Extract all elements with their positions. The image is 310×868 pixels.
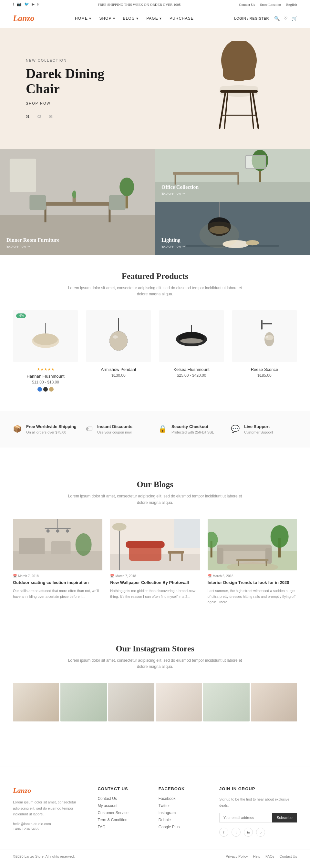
login-register-link[interactable]: LOGIN / REGISTER bbox=[234, 17, 269, 20]
footer-link-account[interactable]: My account bbox=[97, 803, 145, 808]
footer-faqs-link[interactable]: FAQs bbox=[266, 855, 275, 858]
category-lighting[interactable]: Lighting Explore now → bbox=[155, 202, 310, 255]
product-card-4[interactable]: Reese Sconce $185.00 bbox=[232, 310, 297, 392]
footer-link-customer[interactable]: Customer Service bbox=[97, 810, 145, 815]
product-badge-1: -4% bbox=[16, 313, 26, 318]
blog-card-1[interactable]: 📅 March 7, 2018 Outdoor seating collecti… bbox=[13, 519, 102, 605]
blog-meta-1: 📅 March 7, 2018 bbox=[13, 574, 102, 578]
newsletter-email-input[interactable] bbox=[219, 813, 272, 823]
nav-shop[interactable]: SHOP ▾ bbox=[99, 16, 115, 21]
feature-support-desc: Customer Support bbox=[244, 430, 273, 434]
feature-shipping-title: Free Worldwide Shipping bbox=[26, 424, 76, 429]
footer-privacy-link[interactable]: Privacy Policy bbox=[226, 855, 248, 858]
blogs-desc: Lorem ipsum dolor sit amet, consectetur … bbox=[68, 493, 242, 505]
category-office[interactable]: Office Collection Explore now → bbox=[155, 149, 310, 202]
swatch-black[interactable] bbox=[43, 387, 48, 392]
nav-blog[interactable]: BLOG ▾ bbox=[123, 16, 139, 21]
nav-home[interactable]: HOME ▾ bbox=[75, 16, 91, 21]
logo[interactable]: Lanzo bbox=[13, 13, 34, 23]
product-card-1[interactable]: -4% ★★★★★ Hannah Flushmount $11.00 - $13… bbox=[13, 310, 78, 392]
footer-newsletter-subtitle: Signup to be the first to hear about exc… bbox=[219, 796, 297, 808]
swatch-gold[interactable] bbox=[49, 387, 54, 392]
footer-copyright: ©2020 Lanzo Store. All rights reserved. bbox=[13, 855, 75, 858]
footer-link-google[interactable]: Google Plus bbox=[159, 825, 206, 829]
feature-shipping-desc: On all orders over $75.00 bbox=[26, 430, 76, 434]
category-dining-label: Dinner Room Furniture bbox=[6, 237, 59, 243]
footer-contact-bottom-link[interactable]: Contact Us bbox=[280, 855, 297, 858]
instagram-post-5[interactable] bbox=[203, 683, 249, 721]
footer-twitter-icon[interactable]: t bbox=[231, 828, 241, 837]
youtube-icon[interactable]: ▶ bbox=[32, 2, 35, 7]
category-office-explore[interactable]: Explore now → bbox=[161, 191, 198, 195]
footer-link-twitter[interactable]: Twitter bbox=[159, 803, 206, 808]
blog-img-svg-2 bbox=[110, 519, 199, 570]
feature-security-desc: Protected with 256-Bit SSL bbox=[172, 430, 214, 434]
category-lighting-explore[interactable]: Explore now → bbox=[161, 244, 186, 248]
hero-cta-button[interactable]: SHOP NOW bbox=[26, 101, 123, 105]
instagram-post-6[interactable] bbox=[251, 683, 297, 721]
discount-icon: 🏷 bbox=[86, 425, 93, 433]
product-card-2[interactable]: Armishow Pendant $130.00 bbox=[86, 310, 151, 392]
blog-card-3[interactable]: 📅 March 6, 2018 Interior Design Trends t… bbox=[208, 519, 297, 605]
footer-instagram-icon2[interactable]: in bbox=[244, 828, 253, 837]
nav-page[interactable]: PAGE ▾ bbox=[146, 16, 162, 21]
swatch-blue[interactable] bbox=[37, 387, 42, 392]
footer-social-icons: f t in p bbox=[219, 828, 297, 837]
hero-dot-3[interactable]: 03 bbox=[49, 115, 57, 119]
nav-purchase[interactable]: PURCHASE bbox=[169, 16, 194, 21]
footer-pinterest-icon[interactable]: p bbox=[256, 828, 265, 837]
cart-icon[interactable]: 🛒 bbox=[291, 16, 297, 21]
twitter-icon[interactable]: 🐦 bbox=[24, 2, 29, 7]
footer-link-facebook[interactable]: Facebook bbox=[159, 796, 206, 801]
footer-link-terms[interactable]: Term & Condition bbox=[97, 818, 145, 822]
footer-facebook-icon[interactable]: f bbox=[219, 828, 228, 837]
product-card-3[interactable]: Kelsea Flushmount $25.00 - $420.00 bbox=[159, 310, 224, 392]
svg-point-21 bbox=[72, 190, 76, 198]
language-selector[interactable]: English bbox=[286, 3, 297, 6]
instagram-post-2[interactable] bbox=[60, 683, 106, 721]
hero-dot-1[interactable]: 01 bbox=[26, 115, 34, 119]
footer-logo[interactable]: Lanzo bbox=[13, 786, 85, 795]
social-icons[interactable]: f 📷 🐦 ▶ P bbox=[13, 2, 39, 7]
feature-support: 💬 Live Support Customer Support bbox=[231, 424, 297, 434]
store-location-link[interactable]: Store Location bbox=[260, 3, 281, 6]
featured-title: Featured Products bbox=[13, 272, 297, 281]
footer-bottom: ©2020 Lanzo Store. All rights reserved. … bbox=[0, 849, 310, 863]
footer-link-instagram[interactable]: Instagram bbox=[159, 810, 206, 815]
svg-rect-86 bbox=[238, 561, 239, 566]
instagram-post-1[interactable] bbox=[13, 683, 59, 721]
category-dining-room[interactable]: Dinner Room Furniture Explore now → bbox=[0, 149, 155, 255]
blog-icon-1: 📅 bbox=[13, 574, 17, 578]
hero-dot-2[interactable]: 02 bbox=[37, 115, 45, 119]
footer-email[interactable]: hello@lanzo-studio.com bbox=[13, 822, 85, 826]
blog-card-2[interactable]: 📅 March 7, 2018 New Wallpaper Collection… bbox=[110, 519, 199, 605]
instagram-post-3[interactable] bbox=[108, 683, 154, 721]
blog-title-1[interactable]: Outdoor seating collection inspiration bbox=[13, 580, 102, 586]
footer-link-faq[interactable]: FAQ bbox=[97, 825, 145, 829]
pinterest-icon[interactable]: P bbox=[37, 2, 39, 7]
category-dining-explore[interactable]: Explore now → bbox=[6, 244, 59, 248]
product-stars-1: ★★★★★ bbox=[13, 367, 78, 372]
footer-link-dribble[interactable]: Dribble bbox=[159, 818, 206, 822]
blog-title-2[interactable]: New Wallpaper Collection By Photowall bbox=[110, 580, 199, 586]
instagram-icon[interactable]: 📷 bbox=[17, 2, 22, 7]
product-2-svg bbox=[105, 318, 131, 354]
instagram-post-4[interactable] bbox=[156, 683, 202, 721]
search-icon[interactable]: 🔍 bbox=[274, 16, 280, 21]
wishlist-icon[interactable]: ♡ bbox=[283, 16, 288, 21]
footer-link-contact[interactable]: Contact Us bbox=[97, 796, 145, 801]
footer-newsletter-heading: Join in Group bbox=[219, 786, 297, 791]
footer-phone[interactable]: +486 1234 5465 bbox=[13, 827, 85, 831]
blog-title-3[interactable]: Interior Design Trends to look for in 20… bbox=[208, 580, 297, 586]
feature-discount-text: Instant Discounts Use your coupon now. bbox=[97, 424, 132, 434]
footer-contact-col: Contact Us Contact Us My account Custome… bbox=[97, 786, 145, 837]
svg-point-62 bbox=[56, 529, 59, 533]
blog-image-2 bbox=[110, 519, 199, 570]
footer-help-link[interactable]: Help bbox=[253, 855, 260, 858]
svg-point-39 bbox=[33, 334, 58, 345]
product-img-4 bbox=[232, 310, 297, 362]
facebook-icon[interactable]: f bbox=[13, 2, 14, 7]
subscribe-button[interactable]: Subscribe bbox=[272, 813, 297, 823]
contact-link[interactable]: Contact Us bbox=[239, 3, 255, 6]
category-grid: Dinner Room Furniture Explore now → bbox=[0, 149, 310, 252]
